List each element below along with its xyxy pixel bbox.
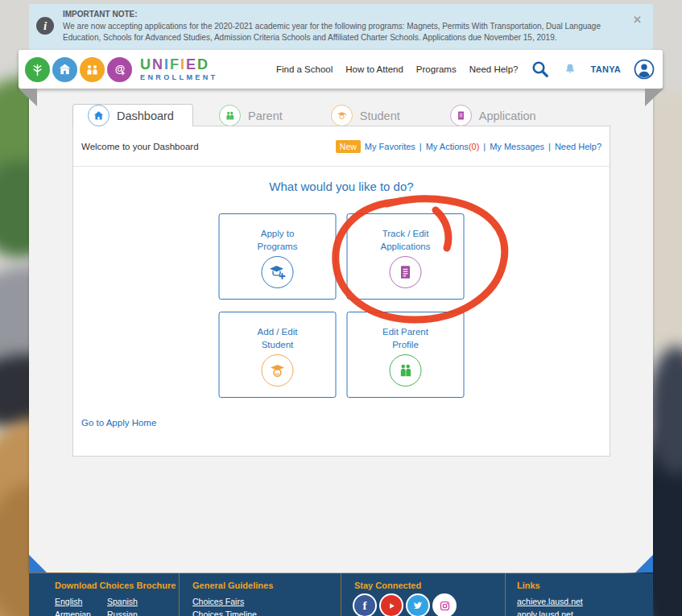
link-my-favorites[interactable]: My Favorites (365, 142, 415, 151)
brand-subtitle: ENROLLMENT (140, 74, 218, 81)
notification-banner: i IMPORTANT NOTE: We are now accepting a… (29, 4, 653, 50)
application-document-icon (450, 105, 472, 126)
brand-letter: E (186, 57, 197, 72)
nav-find-a-school[interactable]: Find a School (276, 64, 333, 74)
page: i IMPORTANT NOTE: We are now accepting a… (0, 0, 682, 616)
actions-count: (0) (469, 142, 479, 151)
youtube-icon[interactable] (381, 595, 402, 616)
go-to-apply-home-link[interactable]: Go to Apply Home (81, 418, 156, 428)
close-icon[interactable]: ✕ (633, 14, 642, 26)
brand-letter: I (164, 57, 170, 72)
footer-link-russian[interactable]: Russian (107, 608, 179, 616)
footer-link-spanish[interactable]: Spanish (107, 595, 179, 608)
card-label: Add / Edit Student (220, 312, 336, 351)
parents-icon (390, 354, 422, 387)
card-track-edit-applications[interactable]: Track / Edit Applications (347, 213, 465, 300)
footer-heading: General Guidelines (192, 581, 341, 590)
tab-bar: Dashboard Parent Student Application (72, 105, 536, 126)
brand-letter: I (180, 57, 186, 72)
welcome-row: Welcome to your Dashboard New My Favorit… (73, 126, 610, 167)
footer-col-brochure: Download Choices Brochure English Spanis… (29, 573, 179, 616)
footer-link-choices-timeline[interactable]: Choices Timeline (192, 608, 341, 616)
dashboard-panel: Welcome to your Dashboard New My Favorit… (72, 126, 610, 457)
brand-logos: @ (25, 57, 134, 82)
document-icon (390, 256, 422, 288)
card-apply-to-programs[interactable]: Apply to Programs (219, 213, 337, 300)
question-heading: What would you like to do? (73, 180, 610, 193)
card-label: Track / Edit Applications (348, 214, 464, 253)
main-nav: Find a School How to Attend Programs Nee… (276, 59, 655, 80)
brand-letter: F (170, 57, 180, 72)
footer-link-apply-lausd[interactable]: apply.lausd.net (517, 608, 653, 616)
footer-link-armenian[interactable]: Armenian (55, 608, 107, 616)
notifications-bell-icon[interactable] (563, 61, 577, 77)
separator: | (548, 142, 551, 151)
search-icon[interactable] (531, 60, 550, 79)
nav-programs[interactable]: Programs (416, 64, 457, 74)
brand-letter: U (140, 57, 152, 72)
home-icon (88, 105, 110, 126)
banner-body: We are now accepting applications for th… (63, 22, 601, 42)
facebook-icon[interactable]: f (354, 595, 375, 616)
nav-how-to-attend[interactable]: How to Attend (345, 64, 403, 74)
tab-label: Parent (248, 110, 283, 122)
tab-dashboard[interactable]: Dashboard (72, 104, 193, 126)
brand-letter: D (197, 57, 209, 72)
card-edit-parent-profile[interactable]: Edit Parent Profile (347, 312, 465, 398)
link-my-actions[interactable]: My Actions(0) (426, 142, 480, 151)
brand-wordmark: UNIFIED ENROLLMENT (140, 57, 218, 81)
tab-label: Dashboard (117, 110, 174, 122)
tab-application[interactable]: Application (450, 105, 536, 126)
nav-need-help[interactable]: Need Help? (469, 64, 519, 74)
card-add-edit-student[interactable]: Add / Edit Student (219, 312, 337, 398)
card-label: Apply to Programs (220, 214, 336, 253)
new-badge: New (336, 140, 361, 153)
separator: | (483, 142, 486, 151)
action-cards: Apply to Programs Track / Edit Applicati… (219, 213, 465, 398)
footer-col-social: Stay Connected f (341, 573, 505, 616)
twitter-icon[interactable] (407, 595, 428, 616)
footer-col-links: Links achieve.lausd.net apply.lausd.net (505, 573, 653, 616)
footer-col-guidelines: General Guidelines Choices Fairs Choices… (179, 573, 341, 616)
link-need-help[interactable]: Need Help? (555, 142, 601, 151)
content-sheet: Dashboard Parent Student Application (29, 89, 653, 573)
banner-title: IMPORTANT NOTE: (63, 9, 636, 20)
footer: Download Choices Brochure English Spanis… (29, 573, 653, 616)
school-logo-icon (52, 57, 77, 82)
quick-links: New My Favorites | My Actions(0) | My Me… (336, 140, 601, 153)
footer-heading: Download Choices Brochure (55, 581, 179, 590)
header: @ UNIFIED ENROLLMENT Find a School How t… (19, 50, 663, 89)
tab-label: Student (360, 110, 400, 122)
user-name[interactable]: TANYA (590, 64, 621, 74)
grad-cap-plus-icon (262, 256, 294, 288)
brand-letter: N (152, 57, 164, 72)
student-icon (331, 105, 353, 126)
info-icon: i (36, 17, 54, 35)
welcome-text: Welcome to your Dashboard (81, 142, 199, 151)
tab-label: Application (479, 110, 536, 122)
at-sign-logo-icon: @ (107, 57, 132, 82)
card-label: Edit Parent Profile (348, 312, 464, 351)
instagram-icon[interactable] (434, 595, 455, 616)
tab-parent[interactable]: Parent (219, 105, 283, 126)
tab-student[interactable]: Student (331, 105, 400, 126)
footer-link-achieve-lausd[interactable]: achieve.lausd.net (517, 595, 653, 608)
link-my-messages[interactable]: My Messages (490, 142, 544, 151)
footer-link-choices-fairs[interactable]: Choices Fairs (192, 595, 341, 608)
student-icon (262, 354, 294, 387)
footer-heading: Stay Connected (354, 581, 505, 590)
parents-icon (219, 105, 241, 126)
footer-link-english[interactable]: English (55, 595, 107, 608)
separator: | (420, 142, 422, 151)
tree-logo-icon (25, 57, 50, 82)
account-avatar-icon[interactable] (634, 59, 655, 80)
family-logo-icon (80, 57, 105, 82)
footer-heading: Links (517, 581, 653, 590)
